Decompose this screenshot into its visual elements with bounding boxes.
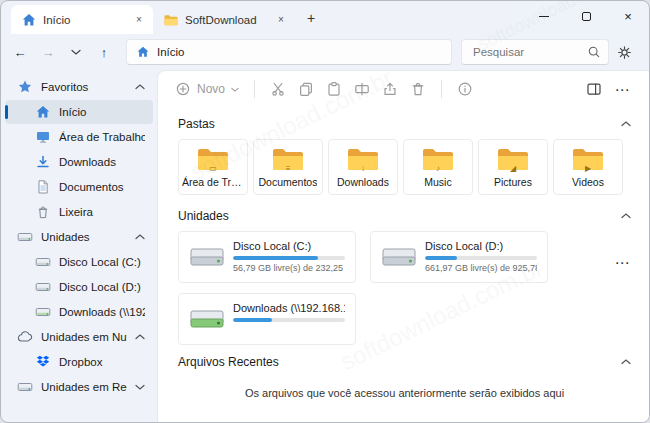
drive-name: Downloads (\\192.168.1.252) (Z:) bbox=[233, 302, 345, 314]
section-header-folders[interactable]: Pastas bbox=[178, 109, 631, 139]
search-icon[interactable] bbox=[587, 45, 601, 59]
sidebar-section-network-drives[interactable]: Unidades em Rede bbox=[5, 375, 153, 399]
minimize-button[interactable] bbox=[523, 1, 565, 31]
document-icon bbox=[35, 179, 51, 195]
forward-button[interactable]: → bbox=[35, 39, 61, 65]
chevron-up-icon[interactable] bbox=[135, 334, 145, 340]
tab-inicio[interactable]: Início × bbox=[11, 5, 153, 34]
section-header-recent[interactable]: Arquivos Recentes bbox=[178, 347, 631, 377]
recent-locations-button[interactable] bbox=[63, 39, 89, 65]
chevron-up-icon[interactable] bbox=[621, 213, 631, 219]
drive-icon bbox=[189, 242, 225, 272]
folder-name: Downloads bbox=[337, 176, 389, 188]
back-button[interactable]: ← bbox=[7, 39, 33, 65]
close-button[interactable]: × bbox=[607, 1, 649, 31]
address-location: Início bbox=[157, 46, 185, 58]
share-button[interactable] bbox=[377, 76, 403, 102]
recycle-bin-icon bbox=[35, 204, 51, 220]
sidebar-item-network-downloads[interactable]: Downloads (\\192.168.1. bbox=[5, 300, 153, 324]
trash-icon bbox=[410, 81, 426, 97]
chevron-down-icon[interactable] bbox=[135, 384, 145, 390]
paste-button[interactable] bbox=[321, 76, 347, 102]
clipboard-icon bbox=[326, 81, 342, 97]
home-icon bbox=[35, 104, 51, 120]
chevron-up-icon[interactable] bbox=[135, 234, 145, 240]
sidebar-section-drives[interactable]: Unidades bbox=[5, 225, 153, 249]
folder-glyph: ♪ bbox=[436, 165, 440, 173]
drive-tile-c[interactable]: Disco Local (C:) 56,79 GB livre(s) de 23… bbox=[178, 231, 356, 283]
folder-name: Pictures bbox=[494, 176, 532, 188]
desktop-icon bbox=[35, 129, 51, 145]
folders-grid: ▭ Área de Trabalho ≡ Documentos bbox=[178, 139, 631, 195]
scissors-icon bbox=[270, 81, 286, 97]
chevron-up-icon[interactable] bbox=[621, 359, 631, 365]
sidebar-section-label: Unidades bbox=[41, 231, 127, 243]
chevron-up-icon[interactable] bbox=[135, 84, 145, 90]
tab-bar: Início × SoftDownload × + × bbox=[1, 1, 649, 34]
dropbox-icon bbox=[35, 354, 51, 370]
sidebar-item-disk-d[interactable]: Disco Local (D:) bbox=[5, 275, 153, 299]
maximize-button[interactable] bbox=[565, 1, 607, 31]
sidebar-item-label: Documentos bbox=[59, 181, 145, 193]
tab-label: Início bbox=[43, 14, 125, 26]
new-button[interactable]: Novo bbox=[170, 81, 244, 97]
rename-button[interactable] bbox=[349, 76, 375, 102]
see-more-button[interactable]: ⋯ bbox=[609, 76, 635, 102]
window-controls: × bbox=[523, 1, 649, 31]
details-pane-button[interactable] bbox=[581, 76, 607, 102]
drive-tile-z[interactable]: Downloads (\\192.168.1.252) (Z:) bbox=[178, 293, 356, 345]
details-pane-icon bbox=[586, 81, 602, 97]
chevron-down-icon bbox=[71, 49, 81, 55]
cut-button[interactable] bbox=[265, 76, 291, 102]
drives-more-button[interactable]: ⋯ bbox=[609, 249, 635, 275]
tab-close-icon[interactable]: × bbox=[273, 12, 289, 28]
search-input[interactable] bbox=[471, 45, 583, 59]
sidebar-item-dropbox[interactable]: Dropbox bbox=[5, 350, 153, 374]
home-view: Pastas ▭ Área de Trabalho bbox=[158, 107, 649, 422]
settings-gear-icon[interactable] bbox=[611, 39, 637, 65]
more-icon: ⋯ bbox=[615, 82, 630, 97]
divider bbox=[254, 80, 255, 98]
plus-circle-icon bbox=[175, 81, 191, 97]
section-header-drives[interactable]: Unidades bbox=[178, 201, 631, 231]
minimize-icon bbox=[539, 16, 549, 17]
section-title: Arquivos Recentes bbox=[178, 355, 621, 369]
folder-tile-downloads[interactable]: ↓ Downloads bbox=[328, 139, 398, 195]
sidebar-section-favorites[interactable]: Favoritos bbox=[5, 75, 153, 99]
address-bar[interactable]: Início bbox=[126, 39, 452, 65]
sidebar-item-recycle-bin[interactable]: Lixeira bbox=[5, 200, 153, 224]
sidebar-item-downloads[interactable]: Downloads bbox=[5, 150, 153, 174]
sidebar-item-disk-c[interactable]: Disco Local (C:) bbox=[5, 250, 153, 274]
properties-button[interactable] bbox=[452, 76, 478, 102]
delete-button[interactable] bbox=[405, 76, 431, 102]
chevron-up-icon[interactable] bbox=[621, 121, 631, 127]
folder-tile-music[interactable]: ♪ Music bbox=[403, 139, 473, 195]
up-button[interactable]: ↑ bbox=[91, 39, 117, 65]
folder-tile-documents[interactable]: ≡ Documentos bbox=[253, 139, 323, 195]
navigation-pane: Favoritos Início Área de Trabalho bbox=[1, 70, 157, 422]
new-tab-button[interactable]: + bbox=[299, 6, 323, 30]
sidebar-item-label: Dropbox bbox=[59, 356, 145, 368]
window-body: Favoritos Início Área de Trabalho bbox=[1, 70, 649, 422]
folder-tile-videos[interactable]: ▶ Videos bbox=[553, 139, 623, 195]
file-explorer-window: softdownload.com.br softdownload.com.br … bbox=[0, 0, 650, 423]
drive-tile-d[interactable]: Disco Local (D:) 661,97 GB livre(s) de 9… bbox=[370, 231, 548, 283]
folder-tile-desktop[interactable]: ▭ Área de Trabalho bbox=[178, 139, 248, 195]
sidebar-item-inicio[interactable]: Início bbox=[5, 100, 153, 124]
folder-icon: ≡ bbox=[272, 147, 304, 173]
search-box[interactable] bbox=[461, 39, 609, 65]
copy-button[interactable] bbox=[293, 76, 319, 102]
folder-glyph: ◢ bbox=[510, 165, 516, 173]
sidebar-item-documents[interactable]: Documentos bbox=[5, 175, 153, 199]
tab-softdownload[interactable]: SoftDownload × bbox=[153, 5, 295, 34]
folder-tile-pictures[interactable]: ◢ Pictures bbox=[478, 139, 548, 195]
sidebar-section-cloud-drives[interactable]: Unidades em Nuvem bbox=[5, 325, 153, 349]
divider bbox=[441, 80, 442, 98]
tab-close-icon[interactable]: × bbox=[131, 12, 147, 28]
close-icon: × bbox=[624, 10, 632, 23]
more-icon: ⋯ bbox=[615, 255, 630, 270]
share-icon bbox=[382, 81, 398, 97]
sidebar-item-label: Downloads bbox=[59, 156, 145, 168]
sidebar-item-desktop[interactable]: Área de Trabalho bbox=[5, 125, 153, 149]
network-drive-icon bbox=[189, 304, 225, 334]
